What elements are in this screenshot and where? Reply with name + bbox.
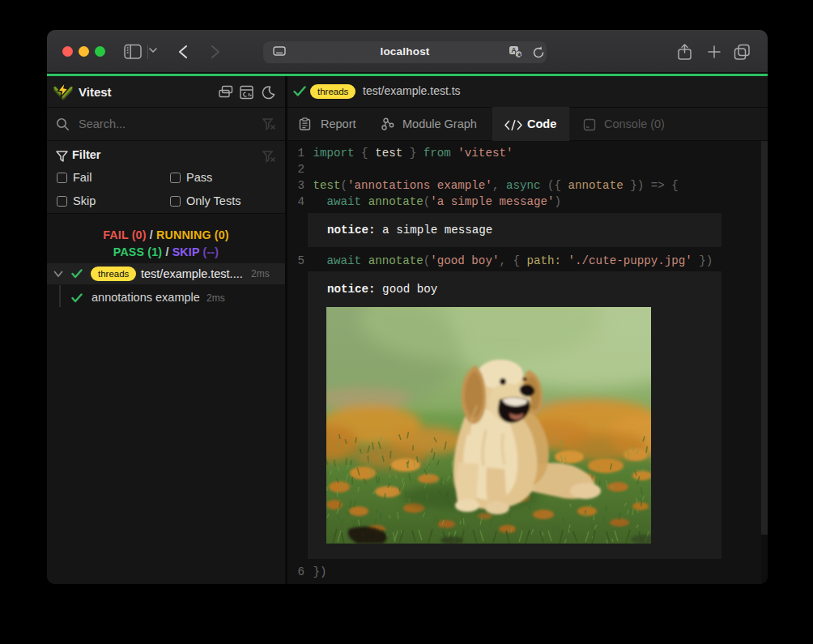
svg-text:★: ★ [517, 51, 522, 58]
